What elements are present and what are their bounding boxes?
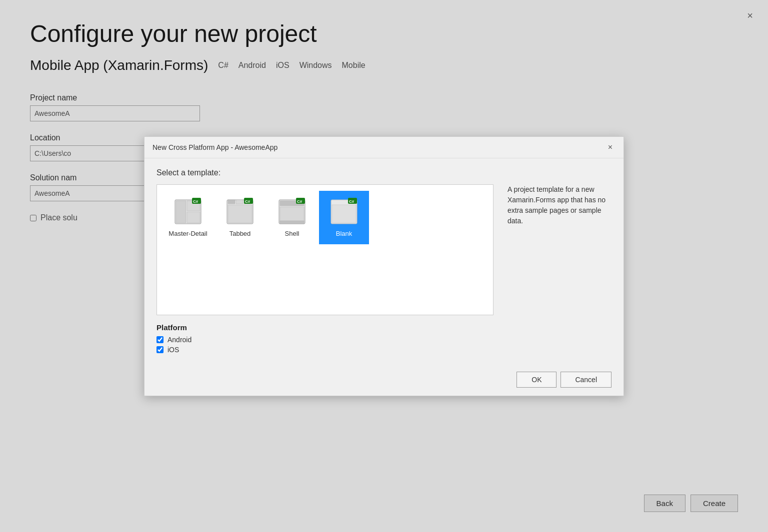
- platform-android-row: Android: [156, 336, 612, 344]
- dialog-close-button[interactable]: ×: [605, 142, 616, 153]
- cancel-button[interactable]: Cancel: [560, 372, 612, 388]
- ios-checkbox[interactable]: [156, 346, 164, 353]
- svg-text:C#: C#: [297, 199, 302, 204]
- svg-rect-8: [236, 200, 243, 204]
- select-template-label: Select a template:: [156, 168, 612, 177]
- svg-text:C#: C#: [349, 199, 354, 204]
- svg-rect-3: [187, 212, 200, 223]
- template-grid: C# Master-Detail: [156, 184, 494, 315]
- svg-rect-10: [228, 205, 252, 223]
- svg-rect-1: [176, 201, 186, 223]
- svg-text:C#: C#: [245, 199, 250, 204]
- template-label-tabbed: Tabbed: [230, 230, 251, 237]
- svg-rect-16: [280, 221, 304, 224]
- svg-rect-7: [228, 200, 235, 204]
- template-label-shell: Shell: [285, 230, 300, 237]
- platform-section: Platform Android iOS: [156, 323, 612, 356]
- template-label-master-detail: Master-Detail: [168, 230, 207, 237]
- template-icon-tabbed: C#: [226, 198, 254, 226]
- template-item-blank[interactable]: C# Blank: [319, 191, 369, 244]
- svg-rect-20: [332, 205, 356, 223]
- template-icon-shell: C#: [278, 198, 306, 226]
- template-item-tabbed[interactable]: C# Tabbed: [215, 191, 265, 244]
- template-area: C# Master-Detail: [156, 184, 612, 315]
- platform-ios-row: iOS: [156, 346, 612, 354]
- svg-rect-15: [280, 207, 304, 223]
- template-icon-master-detail: C#: [174, 198, 202, 226]
- template-icon-blank: C#: [330, 198, 358, 226]
- dialog-title-bar: New Cross Platform App - AwesomeApp ×: [144, 137, 624, 158]
- platform-title: Platform: [156, 323, 612, 332]
- dialog-title: New Cross Platform App - AwesomeApp: [152, 143, 278, 151]
- dialog-body: Select a template:: [144, 158, 624, 366]
- template-label-blank: Blank: [336, 230, 352, 237]
- android-checkbox[interactable]: [156, 336, 164, 343]
- template-item-master-detail[interactable]: C# Master-Detail: [163, 191, 213, 244]
- ok-button[interactable]: OK: [516, 372, 556, 388]
- dialog-overlay: New Cross Platform App - AwesomeApp × Se…: [0, 0, 768, 532]
- new-project-dialog: New Cross Platform App - AwesomeApp × Se…: [144, 136, 624, 396]
- dialog-buttons: OK Cancel: [144, 366, 624, 396]
- svg-text:C#: C#: [193, 199, 198, 204]
- ios-label: iOS: [168, 346, 179, 354]
- android-label: Android: [168, 336, 192, 344]
- template-item-shell[interactable]: C# Shell: [267, 191, 317, 244]
- template-description: A project template for a new Xamarin.For…: [502, 184, 612, 315]
